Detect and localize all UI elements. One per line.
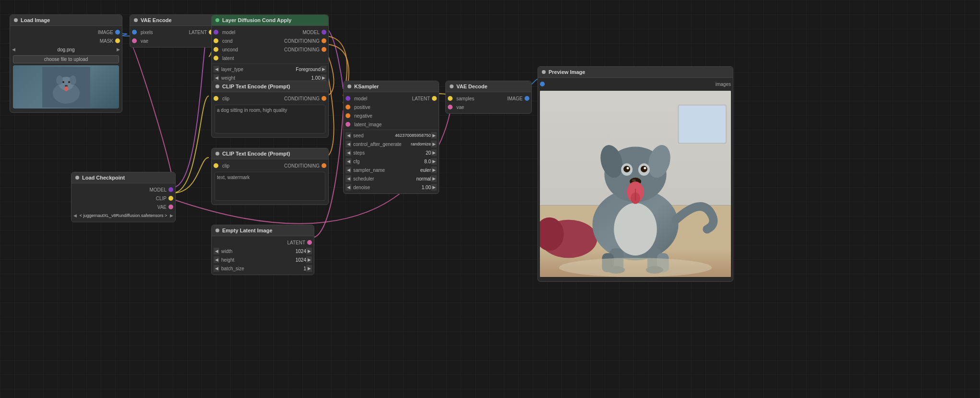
cfg-left[interactable]: ◀: [346, 158, 351, 165]
seed-left[interactable]: ◀: [346, 132, 351, 139]
vd-vae-port: vae: [446, 103, 531, 111]
lc-model-port: MODEL: [72, 185, 175, 194]
svg-point-6: [68, 81, 70, 83]
ksampler-node: KSampler model LATENT positive negative …: [343, 81, 439, 194]
dog-thumbnail-svg: [42, 67, 90, 108]
width-right[interactable]: ▶: [306, 248, 312, 254]
width-left[interactable]: ◀: [214, 248, 219, 254]
vae-encode-title: VAE Encode: [141, 17, 172, 23]
svg-point-4: [70, 75, 76, 85]
seed-right[interactable]: ▶: [431, 132, 437, 139]
ks-denoise-field: ◀ denoise 1.00 ▶: [344, 183, 439, 192]
ld-cond-port: cond CONDITIONING: [212, 36, 328, 45]
pi-images-port: images: [538, 80, 733, 88]
vae-decode-header: VAE Decode: [446, 81, 531, 92]
batch-left[interactable]: ◀: [214, 265, 219, 272]
ksampler-title: KSampler: [354, 84, 379, 89]
svg-point-37: [559, 258, 712, 277]
svg-point-3: [56, 75, 63, 85]
ld-model-port: model MODEL: [212, 28, 328, 36]
control-left[interactable]: ◀: [346, 141, 351, 147]
ksampler-header: KSampler: [344, 81, 439, 92]
lc-clip-port: CLIP: [72, 194, 175, 203]
node-dot: [134, 18, 138, 22]
load-checkpoint-header: Load Checkpoint: [72, 172, 175, 183]
mask-output-port: MASK: [10, 36, 122, 45]
svg-rect-11: [679, 105, 727, 144]
load-image-header: Load Image: [10, 15, 122, 26]
svg-point-5: [62, 81, 64, 83]
upload-button[interactable]: choose file to upload: [13, 55, 119, 63]
pixels-input: pixels LATENT: [130, 28, 215, 36]
scheduler-right[interactable]: ▶: [431, 175, 437, 182]
ks-steps-field: ◀ steps 20 ▶: [344, 148, 439, 157]
preview-image-title: Preview Image: [549, 69, 585, 75]
el-height-field: ◀ height 1024 ▶: [212, 255, 314, 264]
load-checkpoint-node: Load Checkpoint MODEL CLIP VAE ◀ < jugge…: [71, 172, 176, 222]
weight-right[interactable]: ▶: [321, 74, 326, 81]
height-right[interactable]: ▶: [306, 256, 312, 263]
sampler-left[interactable]: ◀: [346, 167, 351, 173]
node-dot: [215, 84, 219, 88]
denoise-right[interactable]: ▶: [431, 184, 437, 191]
node-dot: [450, 84, 454, 88]
vae-decode-title: VAE Decode: [456, 84, 488, 89]
clip-neg-header: CLIP Text Encode (Prompt): [212, 148, 328, 159]
clip-pos-text[interactable]: a dog sitting in room, high quality: [215, 105, 325, 133]
svg-point-19: [614, 203, 657, 255]
el-batch-field: ◀ batch_size 1 ▶: [212, 264, 314, 273]
vd-samples-port: samples IMAGE: [446, 94, 531, 103]
cfg-right[interactable]: ▶: [431, 158, 437, 165]
empty-latent-header: Empty Latent Image: [212, 225, 314, 236]
svg-point-27: [632, 180, 636, 182]
ks-latent-port: latent_image: [344, 120, 439, 129]
ks-scheduler-field: ◀ scheduler normal ▶: [344, 174, 439, 183]
filename-nav: ◀ dog.png ▶: [10, 45, 122, 54]
layer-diffusion-node: Layer Diffusion Cond Apply model MODEL c…: [211, 14, 329, 84]
control-right[interactable]: ▶: [431, 141, 437, 147]
denoise-left[interactable]: ◀: [346, 184, 351, 191]
ld-latent-port: latent: [212, 54, 328, 62]
node-dot: [215, 152, 219, 156]
clip-text-pos-node: CLIP Text Encode (Prompt) clip CONDITION…: [211, 81, 329, 138]
node-dot: [14, 18, 18, 22]
batch-right[interactable]: ▶: [306, 265, 312, 272]
el-width-field: ◀ width 1024 ▶: [212, 247, 314, 255]
ks-cfg-field: ◀ cfg 8.0 ▶: [344, 157, 439, 166]
height-left[interactable]: ◀: [214, 256, 219, 263]
node-dot: [542, 70, 546, 74]
layer-diffusion-header: Layer Diffusion Cond Apply: [212, 15, 328, 26]
el-latent-port: LATENT: [212, 238, 314, 247]
clip-pos-input: clip CONDITIONING: [212, 94, 328, 103]
ks-sampler-field: ◀ sampler_name euler ▶: [344, 166, 439, 174]
weight-left[interactable]: ◀: [214, 74, 219, 81]
svg-point-22: [623, 166, 630, 172]
clip-neg-title: CLIP Text Encode (Prompt): [222, 151, 290, 157]
ld-uncond-port: uncond CONDITIONING: [212, 45, 328, 54]
scheduler-left[interactable]: ◀: [346, 175, 351, 182]
svg-point-23: [641, 166, 647, 172]
layer-type-field: ◀ layer_type Foreground ▶: [212, 65, 328, 73]
layer-diffusion-title: Layer Diffusion Cond Apply: [222, 17, 291, 23]
node-dot: [215, 229, 219, 232]
empty-latent-title: Empty Latent Image: [222, 228, 273, 233]
image-preview: [13, 65, 119, 109]
ks-positive-port: positive: [344, 103, 439, 111]
preview-image-header: Preview Image: [538, 67, 733, 78]
clip-neg-text[interactable]: text, watermark: [215, 172, 325, 201]
clip-pos-header: CLIP Text Encode (Prompt): [212, 81, 328, 92]
ks-control-field: ◀ control_after_generate randomize ▶: [344, 140, 439, 148]
steps-right[interactable]: ▶: [431, 149, 437, 156]
node-dot: [75, 176, 79, 180]
lc-vae-port: VAE: [72, 203, 175, 211]
sampler-right[interactable]: ▶: [431, 167, 437, 173]
preview-image-node: Preview Image images: [538, 66, 733, 282]
svg-point-8: [64, 86, 68, 91]
clip-neg-input: clip CONDITIONING: [212, 161, 328, 170]
steps-left[interactable]: ◀: [346, 149, 351, 156]
vae-encode-header: VAE Encode: [130, 15, 215, 26]
checkpoint-filename: ◀ < juggernautXL_v8Rundiffusion.safetens…: [72, 211, 175, 220]
ks-model-port: model LATENT: [344, 94, 439, 103]
layer-type-right[interactable]: ▶: [321, 66, 326, 72]
layer-type-left[interactable]: ◀: [214, 66, 219, 72]
